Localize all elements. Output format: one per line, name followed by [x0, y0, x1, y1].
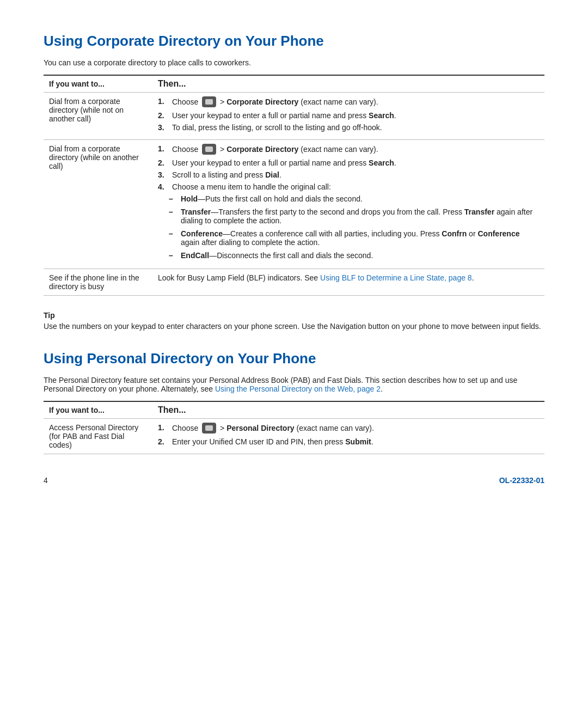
then-cell-2: 1. Choose > Corporate Directory (exact n…: [152, 140, 544, 269]
if-cell-personal-1: Access Personal Directory (for PAB and F…: [44, 419, 152, 454]
list-item: 4. Choose a menu item to handle the orig…: [158, 182, 539, 191]
section2-intro: The Personal Directory feature set conta…: [44, 376, 544, 393]
page-number: 4: [44, 476, 48, 485]
list-item: – Transfer—Transfers the first party to …: [169, 208, 539, 225]
list-item: – Hold—Puts the first call on hold and d…: [169, 194, 539, 203]
list-item: 2. User your keypad to enter a full or p…: [158, 158, 539, 167]
section1-title: Using Corporate Directory on Your Phone: [44, 33, 544, 50]
table-row: Access Personal Directory (for PAB and F…: [44, 419, 544, 454]
tip-text: Use the numbers on your keypad to enter …: [44, 322, 544, 331]
list-item: 3. Scroll to a listing and press Dial.: [158, 170, 539, 179]
if-cell-2: Dial from a corporate directory (while o…: [44, 140, 152, 269]
tip-section: Tip Use the numbers on your keypad to en…: [44, 311, 544, 331]
if-cell-1: Dial from a corporate directory (while n…: [44, 93, 152, 140]
then-cell-3: Look for Busy Lamp Field (BLF) indicator…: [152, 269, 544, 296]
list-item: 2. User your keypad to enter a full or p…: [158, 111, 539, 120]
section1-intro: You can use a corporate directory to pla…: [44, 58, 544, 67]
then-cell-personal-1: 1. Choose > Personal Directory (exact na…: [152, 419, 544, 454]
col-header-then-1: Then...: [152, 75, 544, 93]
list-item: 1. Choose > Corporate Directory (exact n…: [158, 144, 539, 155]
col-header-then-2: Then...: [152, 401, 544, 419]
table-row: See if the phone line in the directory i…: [44, 269, 544, 296]
phone-icon: [202, 96, 216, 107]
section2-title: Using Personal Directory on Your Phone: [44, 350, 544, 367]
table-row: Dial from a corporate directory (while n…: [44, 93, 544, 140]
list-item: 3. To dial, press the listing, or scroll…: [158, 123, 539, 132]
personal-dir-web-link[interactable]: Using the Personal Directory on the Web,…: [215, 385, 381, 393]
col-header-if-2: If you want to...: [44, 401, 152, 419]
phone-icon: [202, 144, 216, 155]
if-cell-3: See if the phone line in the directory i…: [44, 269, 152, 296]
list-item: 2. Enter your Unified CM user ID and PIN…: [158, 437, 539, 446]
table-row: Dial from a corporate directory (while o…: [44, 140, 544, 269]
list-item: 1. Choose > Corporate Directory (exact n…: [158, 97, 539, 108]
corporate-directory-table: If you want to... Then... Dial from a co…: [44, 75, 544, 296]
page-footer: 4 OL-22332-01: [44, 476, 544, 485]
section2-intro-after: .: [381, 385, 383, 393]
col-header-if-1: If you want to...: [44, 75, 152, 93]
phone-icon: [202, 423, 216, 434]
tip-label: Tip: [44, 311, 544, 320]
list-item: – Conference—Creates a conference call w…: [169, 229, 539, 247]
blf-link[interactable]: Using BLF to Determine a Line State, pag…: [320, 273, 472, 282]
doc-number: OL-22332-01: [499, 476, 544, 485]
personal-directory-table: If you want to... Then... Access Persona…: [44, 401, 544, 454]
then-cell-1: 1. Choose > Corporate Directory (exact n…: [152, 93, 544, 140]
list-item: – EndCall—Disconnects the first call and…: [169, 251, 539, 260]
list-item: 1. Choose > Personal Directory (exact na…: [158, 423, 539, 434]
